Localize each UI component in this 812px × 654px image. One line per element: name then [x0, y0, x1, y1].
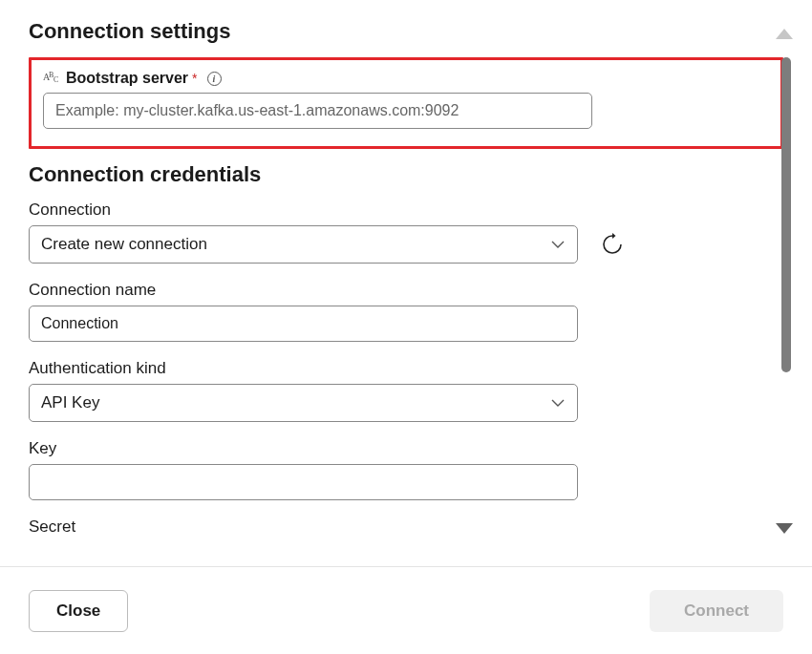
- info-icon[interactable]: i: [207, 72, 222, 86]
- svg-text:C: C: [53, 75, 58, 83]
- connection-label: Connection: [29, 200, 783, 220]
- scroll-up-indicator[interactable]: [776, 29, 793, 39]
- connection-name-label: Connection name: [29, 281, 783, 300]
- triangle-up-icon: [776, 29, 793, 39]
- bootstrap-label: Bootstrap server: [66, 70, 188, 87]
- text-type-icon: A B C: [43, 70, 60, 86]
- triangle-down-icon: [776, 523, 793, 534]
- auth-kind-label: Authentication kind: [29, 359, 783, 378]
- connection-field: Connection Create new connection: [29, 200, 783, 264]
- bootstrap-label-row: A B C Bootstrap server * i: [43, 70, 769, 87]
- bootstrap-server-input[interactable]: [43, 93, 592, 129]
- scrollbar-thumb[interactable]: [781, 57, 791, 372]
- bootstrap-highlight-box: A B C Bootstrap server * i: [29, 57, 783, 149]
- connection-select[interactable]: Create new connection: [29, 225, 578, 264]
- dialog-footer: Close Connect: [0, 566, 812, 654]
- scroll-down-indicator[interactable]: [776, 523, 793, 534]
- secret-field: Secret: [29, 517, 783, 537]
- connection-select-value: Create new connection: [41, 235, 207, 254]
- key-label: Key: [29, 439, 783, 458]
- close-button[interactable]: Close: [29, 590, 128, 632]
- auth-kind-select-value: API Key: [41, 393, 99, 412]
- auth-kind-select[interactable]: API Key: [29, 384, 578, 422]
- connect-button[interactable]: Connect: [650, 590, 783, 632]
- connection-name-input[interactable]: [29, 306, 578, 342]
- refresh-icon: [601, 233, 624, 256]
- required-indicator: *: [192, 71, 197, 86]
- secret-label: Secret: [29, 517, 783, 537]
- auth-kind-field: Authentication kind API Key: [29, 359, 783, 422]
- connection-credentials-heading: Connection credentials: [29, 162, 783, 187]
- key-input[interactable]: [29, 464, 578, 500]
- connection-name-field: Connection name: [29, 281, 783, 342]
- key-field: Key: [29, 439, 783, 500]
- refresh-button[interactable]: [597, 229, 628, 260]
- main-form-panel: Connection settings A B C Bootstrap serv…: [0, 0, 812, 554]
- connection-settings-heading: Connection settings: [29, 19, 783, 44]
